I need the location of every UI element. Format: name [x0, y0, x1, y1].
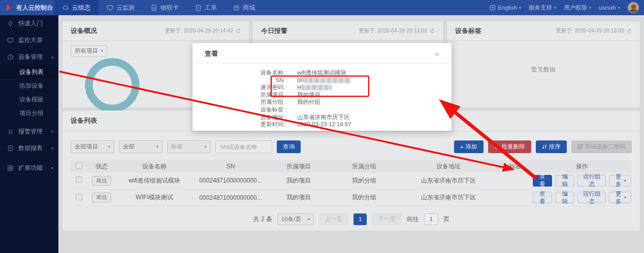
run-scada-button[interactable]: 运行组态: [577, 192, 606, 203]
language-dropdown[interactable]: English ▾: [490, 5, 521, 11]
username-dropdown[interactable]: usrsxh ▾: [599, 5, 620, 11]
device-name: WIFI模块测试: [116, 189, 192, 206]
chevron-down-icon: ▾: [108, 144, 110, 149]
refresh-icon[interactable]: [430, 28, 435, 33]
avatar[interactable]: [628, 2, 639, 13]
view-button[interactable]: 查看: [533, 192, 552, 203]
add-device-button[interactable]: +添加: [454, 140, 484, 153]
sidebar-item-label: 监控大屏: [18, 36, 43, 45]
field-label: SN :: [192, 77, 287, 84]
search-input[interactable]: [215, 140, 272, 153]
tab-iot-card[interactable]: 物联卡: [143, 0, 187, 15]
refresh-icon[interactable]: [236, 28, 241, 33]
chevron-down-icon: ▾: [618, 6, 620, 10]
user-permission-dropdown[interactable]: 用户权限 ▾: [564, 4, 591, 12]
sidebar: 快速入门 监控大屏 设备管理 ▴ 设备列表 添加设备 设备模板 项目分组 报警管…: [0, 15, 58, 253]
sidebar-subitem-label: 设备列表: [19, 68, 44, 77]
edit-button[interactable]: 编辑: [555, 175, 574, 187]
table-header-row: 状态 设备名称 SN 所属项目 所属分组 设备地址 标签 操作: [71, 160, 631, 172]
more-button[interactable]: 更多▾: [609, 175, 631, 187]
language-label: English: [498, 5, 517, 11]
sidebar-item-monitor-screen[interactable]: 监控大屏: [0, 32, 58, 49]
field-label: 更新时间 :: [192, 121, 287, 128]
rocket-icon: [7, 20, 14, 27]
row-checkbox[interactable]: [76, 176, 82, 183]
field-value: 2020-03-23 12:16:57: [297, 121, 351, 128]
device-sn: 00024871000000000...: [192, 172, 269, 189]
updated-timestamp: 更新于: 2020-04-29 20:14:42: [165, 27, 241, 34]
chevron-down-icon: ▾: [519, 6, 521, 10]
device-address: 山东省济南市历下区: [400, 172, 497, 189]
filter-tag-select[interactable]: 标签▾: [167, 140, 211, 153]
card-title: 设备概况: [71, 26, 97, 35]
page-size-select[interactable]: 10条/页▾: [277, 213, 314, 225]
sidebar-item-quick-start[interactable]: 快速入门: [0, 15, 58, 32]
filter-toolbar: 全部项目▾ 全部▾ 标签▾ 查询 +添加 批量删除 排序 导出设备二维码: [62, 131, 640, 158]
close-icon[interactable]: ×: [435, 50, 439, 58]
col-sn: SN: [192, 160, 269, 172]
export-qr-button: 导出设备二维码: [571, 140, 632, 153]
tab-label: 云监测: [116, 4, 135, 12]
search-button[interactable]: 查询: [277, 140, 301, 153]
prev-page-button[interactable]: 上一页: [319, 213, 349, 225]
sidebar-item-extended-functions[interactable]: 扩展功能 ▾: [0, 160, 58, 176]
logo-area: 有人云控制台 ≡: [0, 0, 54, 15]
chevron-down-icon: ▾: [51, 166, 53, 170]
col-group: 所属分组: [329, 160, 400, 172]
sidebar-item-device-management[interactable]: 设备管理 ▴: [0, 49, 58, 65]
view-button[interactable]: 查看: [533, 175, 552, 187]
tab-label: 工单: [205, 4, 217, 12]
sidebar-item-project-group[interactable]: 项目分组: [0, 106, 58, 120]
refresh-icon[interactable]: [627, 28, 632, 33]
field-label: 通讯密码 :: [192, 84, 287, 91]
row-checkbox[interactable]: [76, 194, 82, 200]
app-title: 有人云控制台: [16, 4, 53, 12]
field-label: 设备名称 :: [192, 69, 287, 77]
filter-project-select[interactable]: 全部项目▾: [71, 140, 114, 153]
store-icon: [233, 5, 240, 11]
view-device-modal: 查看 × 设备名称 :wifi透传组测试模块 SN :00 通讯密码 :H 所属…: [192, 43, 452, 131]
col-device-name: 设备名称: [116, 160, 192, 172]
sidebar-item-alarm-management[interactable]: 报警管理 ▾: [0, 123, 58, 140]
card-title: 今日报警: [261, 26, 287, 35]
sort-button[interactable]: 排序: [536, 140, 567, 153]
select-all-checkbox[interactable]: [76, 162, 82, 169]
tab-work-order[interactable]: 工单: [187, 0, 225, 15]
sidebar-item-label: 快速入门: [18, 19, 43, 28]
status-badge: 离线: [92, 176, 111, 186]
chevron-down-icon: ▾: [624, 195, 626, 200]
device-tags-card: 设备标签 更新于: 2020-04-29 20:13:02 暂无数据: [447, 21, 640, 107]
current-page-button[interactable]: 1: [353, 213, 367, 225]
run-scada-button[interactable]: 运行组态: [577, 175, 606, 187]
top-header: 有人云控制台 ≡ 云组态 云监测 物联卡 工单 商城 English ▾: [0, 0, 644, 15]
sidebar-item-device-template[interactable]: 设备模板: [0, 93, 58, 106]
sidebar-item-add-device[interactable]: 添加设备: [0, 79, 58, 93]
chevron-down-icon: ▾: [308, 217, 310, 222]
tab-cloud-monitor[interactable]: 云监测: [99, 0, 143, 15]
device-sn: 00024871000000000...: [192, 189, 269, 206]
edit-button[interactable]: 编辑: [555, 192, 574, 203]
filter-status-select[interactable]: 全部▾: [119, 140, 163, 153]
qr-code-icon: [577, 144, 583, 150]
tab-label: 商城: [243, 4, 255, 12]
sidebar-subitem-label: 项目分组: [19, 109, 44, 118]
next-page-button[interactable]: 下一页: [372, 213, 402, 225]
field-label: 所属分组 :: [192, 98, 287, 106]
tab-cloud-scada[interactable]: 云组态: [54, 0, 99, 15]
globe-icon: [490, 5, 496, 11]
field-value: 我的项目: [297, 91, 320, 99]
gauge-icon: [7, 54, 14, 60]
tab-mall[interactable]: 商城: [225, 0, 263, 15]
sidebar-item-device-list[interactable]: 设备列表: [0, 65, 58, 79]
goto-page-input[interactable]: [424, 213, 438, 225]
top-nav: 云组态 云监测 物联卡 工单 商城: [54, 0, 263, 15]
service-support-dropdown[interactable]: 服务支持 ▾: [529, 4, 556, 12]
col-status: 状态: [87, 160, 116, 172]
screen-icon: [7, 37, 14, 44]
chevron-down-icon: ▾: [205, 144, 207, 149]
batch-delete-button[interactable]: 批量删除: [488, 140, 531, 153]
sim-card-icon: [151, 5, 157, 11]
project-filter-select[interactable]: 所有项目 ▾: [71, 45, 107, 57]
sidebar-item-data-report[interactable]: 数据报表 ▾: [0, 140, 58, 157]
more-button[interactable]: 更多▾: [609, 192, 631, 203]
